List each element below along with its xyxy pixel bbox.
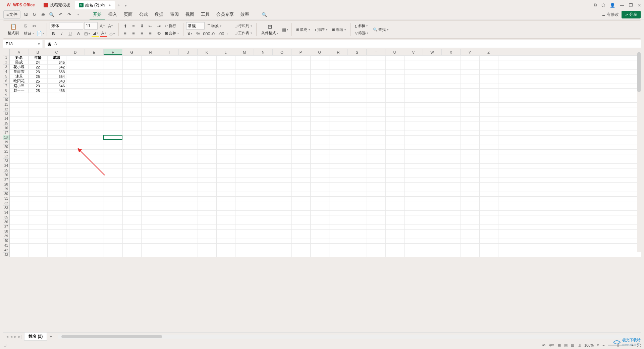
increase-indent-icon[interactable]: ⇥ bbox=[155, 22, 162, 29]
row-header[interactable]: 2 bbox=[3, 60, 9, 65]
row-header[interactable]: 42 bbox=[3, 248, 9, 253]
increase-font-icon[interactable]: A⁺ bbox=[99, 22, 106, 29]
share-button[interactable]: ↗ 分享 bbox=[622, 11, 641, 18]
row-header[interactable]: 8 bbox=[3, 88, 9, 93]
row-header[interactable]: 20 bbox=[3, 145, 9, 149]
cut-icon[interactable]: ✂ bbox=[31, 22, 38, 29]
col-header[interactable]: Q bbox=[310, 49, 329, 55]
sheet-nav-prev-icon[interactable]: ◂ bbox=[10, 334, 12, 339]
cell-style-icon[interactable]: ▦ bbox=[281, 26, 289, 33]
row-header[interactable]: 7 bbox=[3, 84, 9, 88]
freeze-button[interactable]: ⊞ 冻结 bbox=[330, 27, 347, 33]
col-header[interactable]: G bbox=[122, 49, 141, 55]
col-header[interactable]: S bbox=[348, 49, 367, 55]
copy-icon[interactable]: ⎘ bbox=[22, 22, 30, 29]
close-button[interactable]: ✕ bbox=[638, 3, 641, 8]
decrease-indent-icon[interactable]: ⇤ bbox=[147, 22, 154, 29]
menu-tab-开始[interactable]: 开始 bbox=[90, 10, 105, 19]
format-painter-group[interactable]: 📋 格式刷 bbox=[6, 23, 21, 36]
data-cell[interactable]: 25 bbox=[29, 88, 47, 93]
template-tab[interactable]: 找稻壳模板 bbox=[40, 1, 74, 9]
font-name-select[interactable] bbox=[50, 22, 83, 30]
fill-color-button[interactable]: ◢ bbox=[92, 30, 99, 37]
data-header-cell[interactable]: 姓名 bbox=[10, 55, 29, 60]
select-all-corner[interactable] bbox=[3, 49, 10, 55]
row-header[interactable]: 18 bbox=[3, 135, 9, 140]
row-header[interactable]: 3 bbox=[3, 65, 9, 69]
align-justify-icon[interactable]: ≡ bbox=[147, 30, 154, 37]
col-header[interactable]: H bbox=[141, 49, 160, 55]
preview-icon[interactable]: 🔍 bbox=[48, 11, 55, 18]
row-header[interactable]: 12 bbox=[3, 107, 9, 112]
data-cell[interactable]: 654 bbox=[47, 74, 66, 79]
vertical-scrollbar[interactable] bbox=[637, 50, 641, 252]
row-header[interactable]: 17 bbox=[3, 131, 9, 135]
worksheet-button[interactable]: ⊞ 工作表 bbox=[233, 30, 254, 36]
cond-format-group[interactable]: ⊞ 条件格式 bbox=[259, 23, 280, 36]
win-copy-icon[interactable]: ⧉ bbox=[594, 2, 597, 8]
vscroll-thumb[interactable] bbox=[637, 52, 641, 92]
merge-button[interactable]: ⊞ 合并 bbox=[163, 30, 180, 37]
menu-tab-视图[interactable]: 视图 bbox=[182, 10, 198, 19]
col-header[interactable]: R bbox=[329, 49, 348, 55]
col-header[interactable]: W bbox=[423, 49, 442, 55]
data-cell[interactable]: 642 bbox=[47, 65, 66, 69]
data-cell[interactable]: 25 bbox=[29, 79, 47, 84]
menu-tab-审阅[interactable]: 审阅 bbox=[167, 10, 182, 19]
col-header[interactable]: X bbox=[442, 49, 461, 55]
col-header[interactable]: M bbox=[235, 49, 254, 55]
align-middle-icon[interactable]: ≡ bbox=[130, 22, 137, 29]
row-header[interactable]: 22 bbox=[3, 154, 9, 159]
col-header[interactable]: V bbox=[404, 49, 423, 55]
data-cell[interactable]: 645 bbox=[47, 60, 66, 65]
border-button[interactable]: ⊞ bbox=[83, 30, 91, 37]
save-icon[interactable]: 🖫 bbox=[22, 11, 29, 18]
cells-area[interactable]: 姓名年龄成绩陈成24645花小蝶22642皇甫雪23653沐景25654欧阳花2… bbox=[10, 55, 641, 257]
data-cell[interactable]: 653 bbox=[47, 69, 66, 74]
zoom-formula-icon[interactable]: ⊕ bbox=[47, 41, 52, 47]
cloud-status[interactable]: ☁ 有修改 bbox=[601, 12, 619, 17]
restore-button[interactable]: ❐ bbox=[629, 3, 633, 8]
row-header[interactable]: 31 bbox=[3, 196, 9, 201]
zoom-out-button[interactable]: − bbox=[602, 343, 604, 347]
data-cell[interactable]: 546 bbox=[47, 84, 66, 88]
filter-button[interactable]: ▽ 筛选 bbox=[353, 30, 370, 36]
view-split-icon[interactable]: ◫ bbox=[578, 343, 581, 347]
col-header[interactable]: F bbox=[104, 49, 122, 55]
search-icon[interactable]: 🔍 bbox=[261, 11, 268, 18]
status-mode-icon[interactable]: ⊞ bbox=[3, 343, 6, 347]
row-header[interactable]: 26 bbox=[3, 173, 9, 178]
file-menu[interactable]: ≡ 文件 bbox=[3, 10, 20, 19]
col-header[interactable]: O bbox=[273, 49, 291, 55]
data-cell[interactable]: 24 bbox=[29, 60, 47, 65]
col-header[interactable]: C bbox=[47, 49, 66, 55]
align-left-icon[interactable]: ≡ bbox=[121, 30, 129, 37]
print-icon[interactable]: 🖶 bbox=[39, 11, 47, 18]
currency-icon[interactable]: ¥ bbox=[186, 30, 194, 37]
row-header[interactable]: 43 bbox=[3, 253, 9, 257]
col-header[interactable]: P bbox=[291, 49, 310, 55]
view-normal-icon[interactable]: ▦ bbox=[557, 343, 561, 347]
row-header[interactable]: 37 bbox=[3, 225, 9, 229]
decrease-decimal-icon[interactable]: .0← bbox=[211, 30, 219, 37]
row-header[interactable]: 21 bbox=[3, 149, 9, 154]
namebox-dropdown-icon[interactable]: ▾ bbox=[38, 42, 40, 46]
horizontal-scrollbar[interactable] bbox=[58, 335, 638, 339]
sheet-nav-first-icon[interactable]: |◂ bbox=[5, 334, 8, 339]
menu-tab-工具[interactable]: 工具 bbox=[198, 10, 213, 19]
increase-decimal-icon[interactable]: .00→ bbox=[220, 30, 227, 37]
bold-button[interactable]: B bbox=[50, 30, 57, 37]
col-header[interactable]: B bbox=[29, 49, 47, 55]
align-center-icon[interactable]: ≡ bbox=[130, 30, 137, 37]
row-header[interactable]: 10 bbox=[3, 98, 9, 102]
add-tab-button[interactable]: + bbox=[115, 2, 122, 8]
zoom-level[interactable]: 100% bbox=[584, 343, 594, 347]
data-cell[interactable]: 25 bbox=[29, 74, 47, 79]
col-header[interactable]: L bbox=[216, 49, 235, 55]
row-header[interactable]: 40 bbox=[3, 239, 9, 243]
col-header[interactable]: E bbox=[85, 49, 104, 55]
row-header[interactable]: 32 bbox=[3, 201, 9, 206]
col-header[interactable]: A bbox=[10, 49, 29, 55]
strikethrough-button[interactable]: A bbox=[75, 30, 82, 37]
row-header[interactable]: 1 bbox=[3, 55, 9, 60]
